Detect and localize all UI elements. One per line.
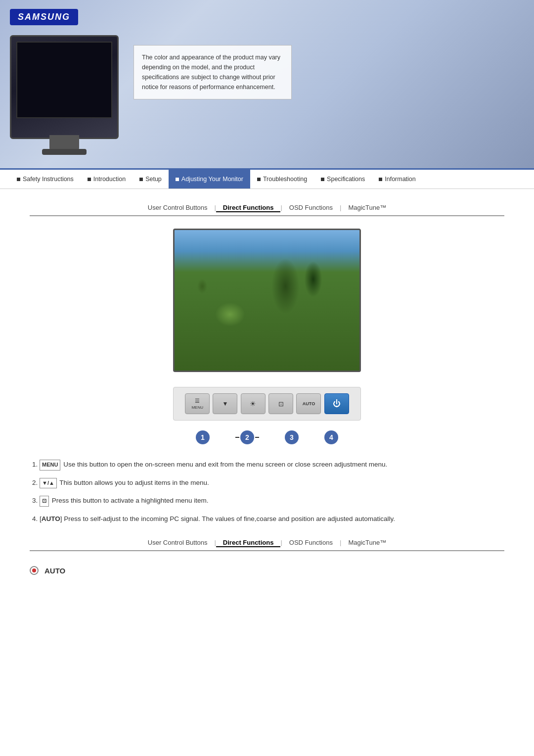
- auto-label-icon: AUTO: [303, 401, 315, 406]
- auto-section: AUTO: [30, 566, 504, 575]
- monitor-illustration: [10, 35, 119, 139]
- monitor-display-image: [173, 229, 361, 372]
- enter-icon: ⊡: [278, 400, 284, 408]
- nav-bar: Safety InstructionsIntroductionSetupAdju…: [0, 168, 534, 189]
- auto-button[interactable]: AUTO: [296, 393, 321, 414]
- brightness-button[interactable]: ☀: [241, 393, 266, 414]
- nav-item-label: Safety Instructions: [23, 176, 74, 183]
- auto-text-bold: AUTO: [42, 515, 60, 522]
- main-content: User Control Buttons | Direct Functions …: [0, 189, 534, 590]
- number-label-2-bracket: 2: [235, 430, 259, 444]
- instruction-text-2: This button allows you to adjust items i…: [59, 479, 209, 486]
- nav-dot: [17, 178, 20, 181]
- header-banner: SAMSUNG The color and appearance of the …: [0, 0, 534, 168]
- sub-nav-item-direct-functions[interactable]: Direct Functions: [216, 539, 281, 547]
- instructions-list: MENU Use this button to open the on-scre…: [30, 459, 504, 524]
- brightness-icon: ☀: [250, 400, 256, 408]
- samsung-logo: SAMSUNG: [10, 9, 78, 25]
- notice-box: The color and appearance of the product …: [134, 45, 292, 99]
- nav-item-label: Introduction: [93, 176, 126, 183]
- sub-nav-item-magictune[interactable]: MagicTune™: [341, 204, 393, 211]
- menu-icon: ☰: [195, 398, 200, 404]
- enter-button[interactable]: ⊡: [268, 393, 293, 414]
- number-label-3: 3: [285, 430, 299, 444]
- nav-item-label: Specifications: [327, 176, 365, 183]
- power-button[interactable]: ⏻: [324, 393, 349, 414]
- auto-indicator: [30, 566, 39, 575]
- monitor-stand: [49, 135, 79, 150]
- sub-nav-item-magictune[interactable]: MagicTune™: [341, 539, 393, 546]
- nav-item-setup[interactable]: Setup: [133, 170, 169, 189]
- banner-content: The color and appearance of the product …: [10, 35, 524, 139]
- nav-dot: [321, 178, 324, 181]
- sub-nav-item-osd-functions[interactable]: OSD Functions: [282, 204, 340, 211]
- instruction-item-3: ⊡ Press this button to activate a highli…: [40, 495, 504, 507]
- nav-item-adjusting-your-monitor[interactable]: Adjusting Your Monitor: [169, 170, 250, 189]
- instruction-item-2: ▼/▲ This button allows you to adjust ite…: [40, 477, 504, 489]
- sub-nav-item-user-control-buttons[interactable]: User Control Buttons: [141, 539, 215, 546]
- auto-indicator-inner: [32, 568, 36, 572]
- instruction-text-1: Use this button to open the on-screen me…: [63, 461, 387, 468]
- instruction-item-4: [AUTO] Press to self-adjust to the incom…: [40, 514, 504, 524]
- number-label-1: 1: [196, 430, 210, 444]
- enter-icon-label: ⊡: [40, 496, 49, 507]
- instruction-item-1: MENU Use this button to open the on-scre…: [40, 459, 504, 471]
- nav-item-label: Information: [385, 176, 416, 183]
- nav-item-label: Setup: [145, 176, 162, 183]
- nav-item-safety-instructions[interactable]: Safety Instructions: [10, 170, 81, 189]
- nav-dot: [139, 178, 143, 181]
- monitor-screen: [16, 42, 112, 118]
- menu-icon-label: MENU: [40, 460, 60, 471]
- down-button[interactable]: ▼: [213, 393, 237, 414]
- nav-item-label: Adjusting Your Monitor: [181, 176, 243, 183]
- power-icon: ⏻: [333, 399, 341, 408]
- auto-section-label: AUTO: [44, 567, 65, 575]
- control-buttons-strip: ☰ MENU ▼ ☀ ⊡ AUTO ⏻: [173, 387, 361, 421]
- down-icon: ▼: [222, 400, 228, 407]
- number-label-4: 4: [324, 430, 338, 444]
- monitor-base: [42, 149, 87, 155]
- updown-icon-label: ▼/▲: [40, 478, 57, 489]
- nav-item-label: Troubleshooting: [263, 176, 307, 183]
- nav-item-information[interactable]: Information: [372, 170, 423, 189]
- sub-nav-top: User Control Buttons | Direct Functions …: [30, 204, 504, 216]
- menu-label: MENU: [191, 405, 203, 410]
- nav-dot: [379, 178, 382, 181]
- sub-nav-item-direct-functions[interactable]: Direct Functions: [216, 204, 281, 212]
- instruction-text-4: Press to self-adjust to the incoming PC …: [64, 515, 395, 522]
- sub-nav-bottom: User Control Buttons | Direct Functions …: [30, 539, 504, 551]
- number-row: 1 2 3 4: [173, 430, 361, 444]
- instruction-text-3: Press this button to activate a highligh…: [52, 497, 209, 504]
- sub-nav-item-osd-functions[interactable]: OSD Functions: [282, 539, 340, 546]
- sub-nav-item-user-control-buttons[interactable]: User Control Buttons: [141, 204, 215, 211]
- nav-item-troubleshooting[interactable]: Troubleshooting: [250, 170, 314, 189]
- nav-item-introduction[interactable]: Introduction: [81, 170, 133, 189]
- nav-item-specifications[interactable]: Specifications: [314, 170, 372, 189]
- nav-dot: [88, 178, 91, 181]
- menu-button[interactable]: ☰ MENU: [185, 393, 210, 414]
- nav-dot: [257, 178, 261, 181]
- notice-text: The color and appearance of the product …: [142, 54, 280, 91]
- nav-dot: [176, 178, 179, 181]
- number-label-2: 2: [240, 430, 254, 444]
